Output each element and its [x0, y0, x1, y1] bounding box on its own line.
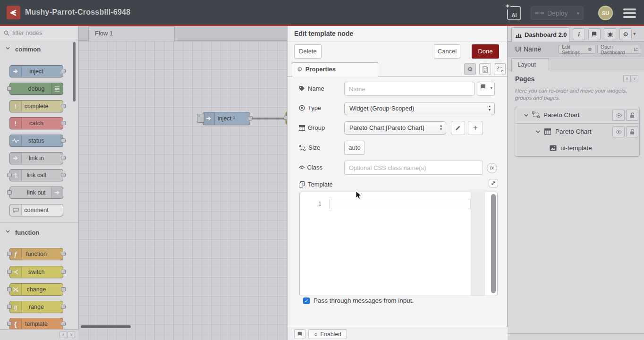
- node-help-button[interactable]: [294, 329, 305, 339]
- type-select[interactable]: Widget (Group-Scoped) ▴▾: [344, 102, 495, 115]
- main-menu-icon[interactable]: [623, 8, 636, 18]
- palette-node-switch[interactable]: switch: [9, 266, 63, 278]
- palette-filter[interactable]: [0, 26, 78, 40]
- node-enabled-toggle[interactable]: ○ Enabled: [308, 329, 347, 339]
- palette-node-change[interactable]: change: [9, 283, 63, 296]
- visibility-toggle-button[interactable]: [612, 110, 625, 121]
- mouse-cursor: [356, 191, 362, 200]
- input-port: [7, 86, 12, 91]
- tree-row-widget-ui-template[interactable]: ui-template: [515, 140, 639, 157]
- palette-node-function[interactable]: f function: [9, 248, 63, 260]
- lock-toggle-button[interactable]: [626, 126, 638, 137]
- open-dashboard-button[interactable]: Open Dashboard: [597, 45, 641, 54]
- ui-name-bar: UI Name Edit Settings ⚙ Open Dashboard: [508, 42, 644, 57]
- palette-node-debug[interactable]: debug: [9, 83, 63, 95]
- sparkle-icon: ✦: [505, 3, 510, 9]
- tab-layout[interactable]: Layout: [511, 58, 549, 71]
- visibility-toggle-button[interactable]: [612, 126, 625, 137]
- tree-row-group-pareto-chart[interactable]: Pareto Chart: [515, 124, 639, 140]
- tray-footer: ○ Enabled: [288, 327, 508, 340]
- deploy-dropdown-caret-icon[interactable]: ▾: [576, 10, 579, 17]
- passthrough-option[interactable]: ✓ Pass through messages from input.: [303, 297, 414, 304]
- edit-group-button[interactable]: [451, 121, 465, 135]
- checkbox-checked-icon[interactable]: ✓: [303, 298, 310, 304]
- palette-node-status[interactable]: status: [9, 135, 63, 147]
- tab-properties[interactable]: ⚙Properties: [292, 62, 378, 76]
- done-button[interactable]: Done: [472, 44, 499, 59]
- output-port: [61, 305, 66, 309]
- collapse-all-icon[interactable]: ∧: [59, 331, 67, 338]
- canvas-horizontal-scrollbar[interactable]: [81, 325, 131, 328]
- pencil-icon: [455, 125, 461, 131]
- pages-expand-icon[interactable]: ∨: [631, 75, 638, 82]
- name-input[interactable]: [344, 82, 475, 96]
- comment-bubble-icon: [10, 204, 22, 216]
- delete-button[interactable]: Delete: [294, 44, 322, 59]
- palette-node-link-out[interactable]: link out: [9, 187, 63, 199]
- editor-scrollbar[interactable]: [491, 194, 496, 293]
- select-stepper-icon: ▴▾: [440, 124, 442, 131]
- chevron-down-icon[interactable]: [536, 130, 540, 133]
- gear-icon: ⚙: [297, 66, 303, 73]
- label-visibility-button[interactable]: ▾: [477, 82, 495, 96]
- chevron-down-icon: [6, 230, 10, 233]
- expand-all-icon[interactable]: ∨: [68, 331, 75, 338]
- config-tab-button[interactable]: ⚙: [619, 28, 632, 40]
- palette-node-link-call[interactable]: link call: [9, 169, 63, 181]
- gear-icon: ⚙: [623, 31, 628, 38]
- tag-icon: [299, 85, 305, 92]
- flow-canvas[interactable]: Flow 1 inject ¹ </> template: [79, 26, 287, 340]
- filter-nodes-input[interactable]: [12, 29, 69, 36]
- palette-node-comment[interactable]: comment: [9, 204, 63, 216]
- eye-icon: [616, 113, 622, 118]
- description-tab-button[interactable]: [479, 63, 491, 75]
- size-auto-button[interactable]: auto: [344, 141, 365, 155]
- tree-row-page-pareto-chart[interactable]: Pareto Chart: [515, 107, 639, 124]
- wire[interactable]: [252, 118, 287, 119]
- group-select[interactable]: Pareto Chart [Pareto Chart] ▴▾: [344, 121, 446, 135]
- size-handles-icon: [299, 145, 305, 151]
- canvas-node-inject[interactable]: inject ¹: [203, 112, 250, 125]
- inject-arrow-icon: [203, 112, 215, 125]
- palette-node-inject[interactable]: inject: [9, 65, 63, 77]
- edit-settings-button[interactable]: Edit Settings ⚙: [559, 45, 595, 54]
- lock-toggle-button[interactable]: [626, 110, 638, 121]
- add-group-button[interactable]: +: [468, 121, 483, 135]
- tab-flow-1[interactable]: Flow 1: [88, 26, 175, 41]
- user-avatar[interactable]: SU: [598, 6, 613, 20]
- expand-editor-button[interactable]: [489, 179, 498, 187]
- book-icon: [591, 31, 598, 37]
- output-port: [61, 287, 66, 291]
- input-port: [7, 287, 12, 291]
- debug-lines-icon: [51, 83, 63, 94]
- palette-node-catch[interactable]: ! catch: [9, 117, 63, 129]
- node-red-logo: [7, 6, 20, 19]
- category-function[interactable]: function: [0, 228, 78, 238]
- input-port: [7, 190, 12, 195]
- appearance-tab-button[interactable]: [494, 63, 506, 75]
- name-field-label: Name: [299, 85, 324, 92]
- sidebar-menu-caret-icon[interactable]: ▾: [633, 31, 636, 37]
- template-code-editor[interactable]: 1: [299, 192, 498, 296]
- copy-icon: [299, 181, 305, 187]
- fx-button[interactable]: fx: [487, 163, 497, 173]
- chevron-down-icon[interactable]: [524, 114, 528, 117]
- category-common[interactable]: common: [0, 45, 78, 54]
- ai-assistant-button[interactable]: ✦ AI: [507, 6, 521, 20]
- caret-down-icon: ▾: [490, 85, 492, 90]
- palette-node-template[interactable]: { template: [9, 318, 63, 330]
- palette-scrollbar[interactable]: [73, 42, 76, 102]
- deploy-button[interactable]: Deploy ▾: [531, 7, 584, 20]
- help-tab-button[interactable]: [588, 28, 601, 40]
- palette-node-range[interactable]: ij range: [9, 301, 63, 313]
- tab-dashboard-2[interactable]: Dashboard 2.0: [511, 27, 569, 42]
- class-input[interactable]: [344, 161, 483, 175]
- debug-tab-button[interactable]: [604, 28, 616, 40]
- document-icon: [483, 66, 488, 73]
- palette-node-complete[interactable]: ! complete: [9, 100, 63, 112]
- cancel-button[interactable]: Cancel: [434, 44, 460, 59]
- properties-tab-icon-button[interactable]: ⚙: [464, 63, 476, 75]
- pages-collapse-icon[interactable]: ∧: [623, 75, 631, 82]
- palette-node-link-in[interactable]: link in: [9, 152, 63, 164]
- info-tab-button[interactable]: i: [573, 28, 585, 40]
